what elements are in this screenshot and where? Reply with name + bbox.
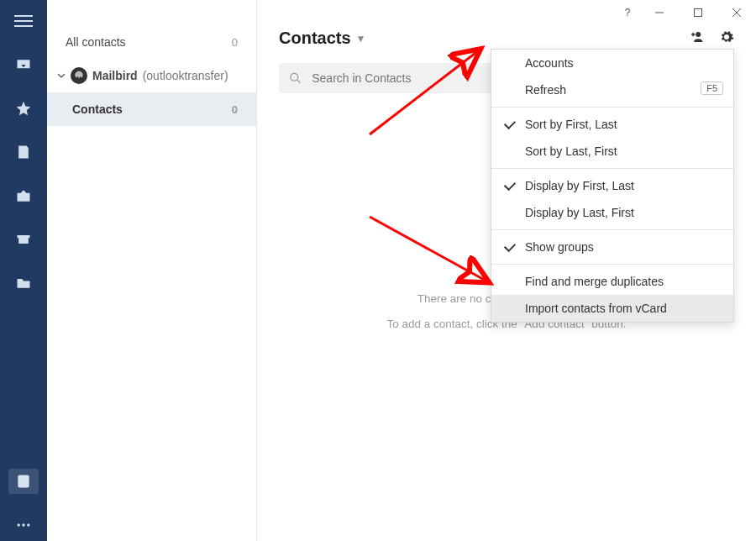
maximize-button[interactable] (679, 0, 717, 25)
sidebar-all-contacts[interactable]: All contacts 0 (47, 25, 256, 59)
svg-point-10 (27, 523, 29, 526)
nav-inbox[interactable] (0, 49, 47, 81)
menu-accounts[interactable]: Accounts (491, 50, 733, 76)
menu-separator (491, 107, 733, 108)
minimize-icon (655, 8, 664, 17)
window-controls: ? (615, 0, 756, 25)
help-button[interactable]: ? (615, 0, 640, 25)
menu-separator (491, 264, 733, 265)
nav-starred[interactable] (0, 92, 47, 124)
menu-separator (491, 229, 733, 230)
svg-rect-7 (18, 475, 29, 488)
shortcut-badge: F5 (701, 81, 723, 95)
archive-icon (15, 231, 32, 248)
nav-more[interactable] (0, 509, 47, 541)
menu-find-duplicates[interactable]: Find and merge duplicates (491, 268, 733, 295)
contacts-header: Contacts ▼ (279, 29, 734, 48)
nav-outbox[interactable] (0, 180, 47, 212)
sidebar-all-count: 0 (232, 36, 238, 49)
star-icon (15, 100, 32, 117)
contacts-icon (15, 473, 32, 490)
sidebar-account[interactable]: Mailbird (outlooktransfer) (47, 59, 256, 92)
page-title: Contacts (279, 29, 351, 48)
outbox-icon (15, 187, 32, 204)
close-icon (732, 8, 741, 17)
sidebar-all-label: All contacts (66, 35, 126, 49)
menu-display-last-first[interactable]: Display by Last, First (491, 199, 733, 226)
menu-import-vcard[interactable]: Import contacts from vCard (491, 295, 733, 322)
menu-show-groups[interactable]: Show groups (491, 234, 733, 260)
help-icon: ? (625, 7, 631, 18)
chevron-down-icon (57, 71, 66, 80)
svg-point-11 (696, 32, 701, 37)
sidebar-account-name: Mailbird (92, 69, 138, 82)
note-icon (15, 144, 32, 160)
menu-refresh[interactable]: Refresh F5 (491, 76, 733, 103)
settings-menu: Accounts Refresh F5 Sort by First, Last … (491, 49, 734, 323)
nav-notes[interactable] (0, 136, 47, 168)
svg-point-9 (22, 523, 24, 526)
sidebar-account-alias: (outlooktransfer) (143, 69, 228, 82)
menu-separator (491, 168, 733, 169)
nav-folders[interactable] (0, 267, 47, 299)
nav-rail (0, 0, 47, 541)
menu-sort-last-first[interactable]: Sort by Last, First (491, 138, 733, 165)
chevron-down-icon: ▼ (356, 33, 366, 45)
inbox-icon (15, 56, 32, 73)
sidebar-folder-label: Contacts (72, 102, 123, 116)
search-icon (289, 71, 302, 85)
nav-menu-button[interactable] (0, 5, 47, 37)
add-contact-button[interactable] (689, 29, 704, 48)
close-button[interactable] (717, 0, 756, 25)
svg-point-12 (291, 73, 298, 81)
svg-point-8 (18, 523, 20, 526)
hamburger-icon (14, 14, 33, 28)
nav-archive[interactable] (0, 223, 47, 255)
minimize-button[interactable] (640, 0, 679, 25)
mailbird-logo-icon (71, 67, 87, 84)
menu-sort-first-last[interactable]: Sort by First, Last (491, 111, 733, 138)
svg-rect-1 (695, 9, 702, 17)
nav-contacts[interactable] (0, 465, 47, 497)
add-person-icon (689, 29, 704, 45)
more-icon (15, 517, 32, 533)
sidebar-folder-contacts[interactable]: Contacts 0 (47, 92, 256, 126)
menu-display-first-last[interactable]: Display by First, Last (491, 172, 733, 199)
gear-icon (719, 29, 734, 45)
contacts-title-dropdown[interactable]: Contacts ▼ (279, 29, 365, 48)
maximize-icon (694, 8, 702, 17)
svg-line-13 (297, 80, 301, 83)
settings-button[interactable] (719, 29, 734, 48)
sidebar: All contacts 0 Mailbird (outlooktransfer… (47, 0, 257, 541)
sidebar-folder-count: 0 (232, 103, 238, 116)
folder-icon (15, 275, 32, 292)
